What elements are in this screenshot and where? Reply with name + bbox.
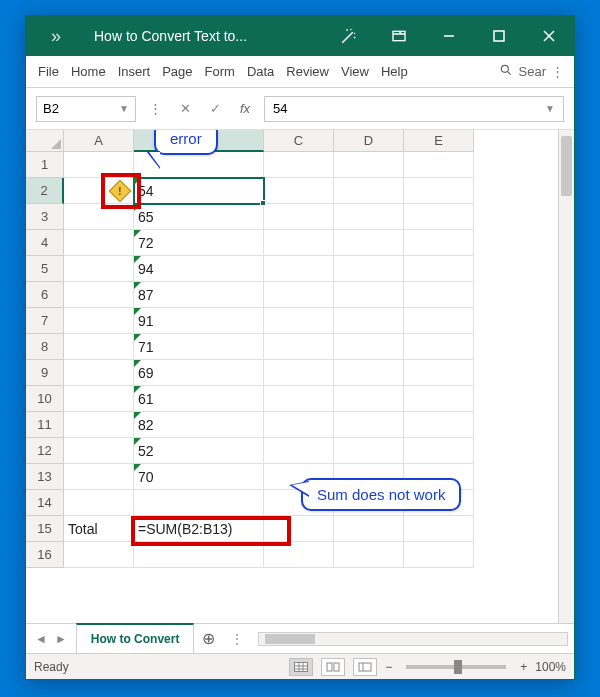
cell-C15[interactable] [264, 516, 334, 542]
row-header-14[interactable]: 14 [26, 490, 64, 516]
cell-D3[interactable] [334, 204, 404, 230]
cell-B14[interactable] [134, 490, 264, 516]
cell-A16[interactable] [64, 542, 134, 568]
tab-file[interactable]: File [32, 56, 65, 88]
view-pagebreak-button[interactable] [353, 658, 377, 676]
view-normal-button[interactable] [289, 658, 313, 676]
ribbon-display-icon[interactable] [374, 16, 424, 56]
row-header-1[interactable]: 1 [26, 152, 64, 178]
cell-B9[interactable]: 69 [134, 360, 264, 386]
row-header-16[interactable]: 16 [26, 542, 64, 568]
cell-B11[interactable]: 82 [134, 412, 264, 438]
namebox-overflow[interactable]: ⋮ [144, 98, 166, 120]
cell-C8[interactable] [264, 334, 334, 360]
sheet-tab-active[interactable]: How to Convert [76, 623, 195, 653]
cell-A3[interactable] [64, 204, 134, 230]
cell-B7[interactable]: 91 [134, 308, 264, 334]
cell-B13[interactable]: 70 [134, 464, 264, 490]
cell-B6[interactable]: 87 [134, 282, 264, 308]
name-box[interactable]: B2 ▼ [36, 96, 136, 122]
formula-input[interactable]: 54 ▼ [264, 96, 564, 122]
cell-C10[interactable] [264, 386, 334, 412]
cell-B3[interactable]: 65 [134, 204, 264, 230]
cell-C5[interactable] [264, 256, 334, 282]
cell-A14[interactable] [64, 490, 134, 516]
cell-A1[interactable] [64, 152, 134, 178]
cell-A11[interactable] [64, 412, 134, 438]
cell-C3[interactable] [264, 204, 334, 230]
horizontal-scrollbar[interactable] [258, 632, 568, 646]
cell-C16[interactable] [264, 542, 334, 568]
tab-review[interactable]: Review [280, 56, 335, 88]
cell-D15[interactable] [334, 516, 404, 542]
row-header-3[interactable]: 3 [26, 204, 64, 230]
cell-E16[interactable] [404, 542, 474, 568]
cell-B4[interactable]: 72 [134, 230, 264, 256]
select-all-corner[interactable] [26, 130, 64, 152]
cell-E11[interactable] [404, 412, 474, 438]
row-header-7[interactable]: 7 [26, 308, 64, 334]
cell-B8[interactable]: 71 [134, 334, 264, 360]
cell-D4[interactable] [334, 230, 404, 256]
cell-B12[interactable]: 52 [134, 438, 264, 464]
row-header-5[interactable]: 5 [26, 256, 64, 282]
cell-C4[interactable] [264, 230, 334, 256]
cell-D12[interactable] [334, 438, 404, 464]
qat-overflow-button[interactable]: » [26, 26, 86, 47]
cell-B5[interactable]: 94 [134, 256, 264, 282]
cell-A15[interactable]: Total [64, 516, 134, 542]
row-header-15[interactable]: 15 [26, 516, 64, 542]
new-sheet-button[interactable]: ⊕ [194, 629, 222, 648]
column-header-D[interactable]: D [334, 130, 404, 152]
cell-A4[interactable] [64, 230, 134, 256]
cell-A7[interactable] [64, 308, 134, 334]
wand-icon[interactable] [324, 16, 374, 56]
cell-B15[interactable]: =SUM(B2:B13) [134, 516, 264, 542]
cell-A10[interactable] [64, 386, 134, 412]
ribbon-overflow-button[interactable]: ⋮ [546, 64, 568, 79]
tab-page[interactable]: Page [156, 56, 198, 88]
cell-D16[interactable] [334, 542, 404, 568]
cell-B2[interactable]: 54 [134, 178, 264, 204]
tab-data[interactable]: Data [241, 56, 280, 88]
cell-C12[interactable] [264, 438, 334, 464]
cell-E9[interactable] [404, 360, 474, 386]
tab-formulas[interactable]: Form [199, 56, 241, 88]
cell-C11[interactable] [264, 412, 334, 438]
row-header-10[interactable]: 10 [26, 386, 64, 412]
row-header-4[interactable]: 4 [26, 230, 64, 256]
cell-A12[interactable] [64, 438, 134, 464]
sheet-nav[interactable]: ◄► [26, 632, 76, 646]
tab-help[interactable]: Help [375, 56, 414, 88]
column-header-E[interactable]: E [404, 130, 474, 152]
cell-E4[interactable] [404, 230, 474, 256]
cell-E12[interactable] [404, 438, 474, 464]
cell-A8[interactable] [64, 334, 134, 360]
cell-A9[interactable] [64, 360, 134, 386]
cell-E15[interactable] [404, 516, 474, 542]
cell-E6[interactable] [404, 282, 474, 308]
column-header-C[interactable]: C [264, 130, 334, 152]
row-header-11[interactable]: 11 [26, 412, 64, 438]
vertical-scrollbar[interactable] [558, 130, 574, 623]
row-header-2[interactable]: 2 [26, 178, 64, 204]
minimize-button[interactable] [424, 16, 474, 56]
cell-E2[interactable] [404, 178, 474, 204]
cell-D1[interactable] [334, 152, 404, 178]
cell-E1[interactable] [404, 152, 474, 178]
row-header-9[interactable]: 9 [26, 360, 64, 386]
sheet-overflow[interactable]: ⋮ [222, 632, 252, 646]
close-button[interactable] [524, 16, 574, 56]
insert-function-button[interactable]: fx [234, 98, 256, 120]
cell-A6[interactable] [64, 282, 134, 308]
cell-C1[interactable] [264, 152, 334, 178]
cell-D11[interactable] [334, 412, 404, 438]
zoom-slider[interactable] [406, 665, 506, 669]
cell-A5[interactable] [64, 256, 134, 282]
zoom-in-button[interactable]: + [520, 660, 527, 674]
cell-E3[interactable] [404, 204, 474, 230]
column-header-A[interactable]: A [64, 130, 134, 152]
cell-C9[interactable] [264, 360, 334, 386]
cell-C7[interactable] [264, 308, 334, 334]
cell-A13[interactable] [64, 464, 134, 490]
